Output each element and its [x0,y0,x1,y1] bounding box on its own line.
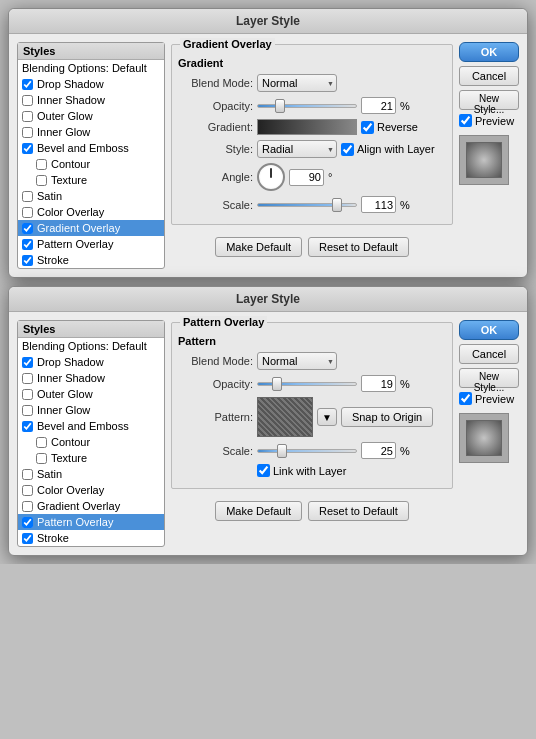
checkbox-gradient-overlay[interactable] [22,223,33,234]
make-default-button-2[interactable]: Make Default [215,501,302,521]
style-item-pattern-overlay[interactable]: Pattern Overlay [18,236,164,252]
make-default-button-1[interactable]: Make Default [215,237,302,257]
style-item-outer-glow[interactable]: Outer Glow [18,386,164,402]
style-item-satin[interactable]: Satin [18,188,164,204]
style-item-stroke[interactable]: Stroke [18,252,164,268]
style-item-pattern-overlay[interactable]: Pattern Overlay [18,514,164,530]
pattern-menu-button[interactable]: ▼ [317,408,337,426]
checkbox-contour[interactable] [36,159,47,170]
checkbox-satin[interactable] [22,469,33,480]
scale-label-1: Scale: [178,199,253,211]
link-label[interactable]: Link with Layer [257,464,346,477]
style-item-texture[interactable]: Texture [18,172,164,188]
scale-input-1[interactable] [361,196,396,213]
blending-options-2[interactable]: Blending Options: Default [18,338,164,354]
checkbox-texture[interactable] [36,453,47,464]
checkbox-bevel-and-emboss[interactable] [22,421,33,432]
scale-slider-2[interactable] [257,444,357,458]
preview-label-1[interactable]: Preview [459,114,519,127]
opacity-slider-2[interactable] [257,377,357,391]
ok-button-2[interactable]: OK [459,320,519,340]
checkbox-inner-glow[interactable] [22,405,33,416]
style-item-gradient-overlay[interactable]: Gradient Overlay [18,498,164,514]
style-item-bevel-and-emboss[interactable]: Bevel and Emboss [18,140,164,156]
preview-checkbox-1[interactable] [459,114,472,127]
style-item-texture[interactable]: Texture [18,450,164,466]
checkbox-outer-glow[interactable] [22,389,33,400]
blending-options-label-1: Blending Options: Default [22,62,147,74]
scale-thumb-2[interactable] [277,444,287,458]
gradient-preview-1[interactable] [257,119,357,135]
checkbox-inner-shadow[interactable] [22,373,33,384]
checkbox-drop-shadow[interactable] [22,79,33,90]
style-item-stroke[interactable]: Stroke [18,530,164,546]
reset-default-button-2[interactable]: Reset to Default [308,501,409,521]
label-stroke: Stroke [37,532,69,544]
angle-input-1[interactable] [289,169,324,186]
align-checkbox-1[interactable] [341,143,354,156]
checkbox-drop-shadow[interactable] [22,357,33,368]
style-select-1[interactable]: Radial [257,140,337,158]
blending-options-label-2: Blending Options: Default [22,340,147,352]
blending-options-1[interactable]: Blending Options: Default [18,60,164,76]
cancel-button-1[interactable]: Cancel [459,66,519,86]
align-label-1[interactable]: Align with Layer [341,143,435,156]
label-texture: Texture [51,452,87,464]
style-item-bevel-and-emboss[interactable]: Bevel and Emboss [18,418,164,434]
checkbox-pattern-overlay[interactable] [22,239,33,250]
link-checkbox[interactable] [257,464,270,477]
style-item-satin[interactable]: Satin [18,466,164,482]
blend-mode-select-2[interactable]: Normal [257,352,337,370]
opacity-thumb-1[interactable] [275,99,285,113]
checkbox-stroke[interactable] [22,533,33,544]
snap-to-origin-button[interactable]: Snap to Origin [341,407,433,427]
section-box-pattern: Pattern Overlay Pattern Blend Mode: Norm… [171,322,453,489]
style-item-inner-glow[interactable]: Inner Glow [18,124,164,140]
style-item-outer-glow[interactable]: Outer Glow [18,108,164,124]
cancel-button-2[interactable]: Cancel [459,344,519,364]
subsection-title-2: Pattern [178,335,446,347]
label-outer-glow: Outer Glow [37,110,93,122]
opacity-input-1[interactable] [361,97,396,114]
checkbox-satin[interactable] [22,191,33,202]
style-item-color-overlay[interactable]: Color Overlay [18,204,164,220]
style-item-drop-shadow[interactable]: Drop Shadow [18,76,164,92]
checkbox-outer-glow[interactable] [22,111,33,122]
scale-input-2[interactable] [361,442,396,459]
checkbox-pattern-overlay[interactable] [22,517,33,528]
scale-slider-1[interactable] [257,198,357,212]
checkbox-inner-glow[interactable] [22,127,33,138]
checkbox-color-overlay[interactable] [22,485,33,496]
checkbox-color-overlay[interactable] [22,207,33,218]
dialog-title-2: Layer Style [236,292,300,306]
reverse-checkbox-1[interactable] [361,121,374,134]
checkbox-contour[interactable] [36,437,47,448]
reset-default-button-1[interactable]: Reset to Default [308,237,409,257]
scale-thumb-1[interactable] [332,198,342,212]
opacity-input-2[interactable] [361,375,396,392]
checkbox-bevel-and-emboss[interactable] [22,143,33,154]
preview-checkbox-2[interactable] [459,392,472,405]
style-item-contour[interactable]: Contour [18,156,164,172]
reverse-label-1[interactable]: Reverse [361,121,418,134]
style-item-inner-shadow[interactable]: Inner Shadow [18,92,164,108]
checkbox-stroke[interactable] [22,255,33,266]
angle-dial-1[interactable] [257,163,285,191]
style-item-drop-shadow[interactable]: Drop Shadow [18,354,164,370]
preview-label-2[interactable]: Preview [459,392,519,405]
checkbox-gradient-overlay[interactable] [22,501,33,512]
style-item-color-overlay[interactable]: Color Overlay [18,482,164,498]
checkbox-inner-shadow[interactable] [22,95,33,106]
new-style-button-1[interactable]: New Style... [459,90,519,110]
style-item-contour[interactable]: Contour [18,434,164,450]
opacity-thumb-2[interactable] [272,377,282,391]
new-style-button-2[interactable]: New Style... [459,368,519,388]
opacity-slider-1[interactable] [257,99,357,113]
style-item-gradient-overlay[interactable]: Gradient Overlay [18,220,164,236]
style-item-inner-glow[interactable]: Inner Glow [18,402,164,418]
ok-button-1[interactable]: OK [459,42,519,62]
checkbox-texture[interactable] [36,175,47,186]
pattern-preview[interactable] [257,397,313,437]
blend-mode-select-1[interactable]: Normal [257,74,337,92]
style-item-inner-shadow[interactable]: Inner Shadow [18,370,164,386]
